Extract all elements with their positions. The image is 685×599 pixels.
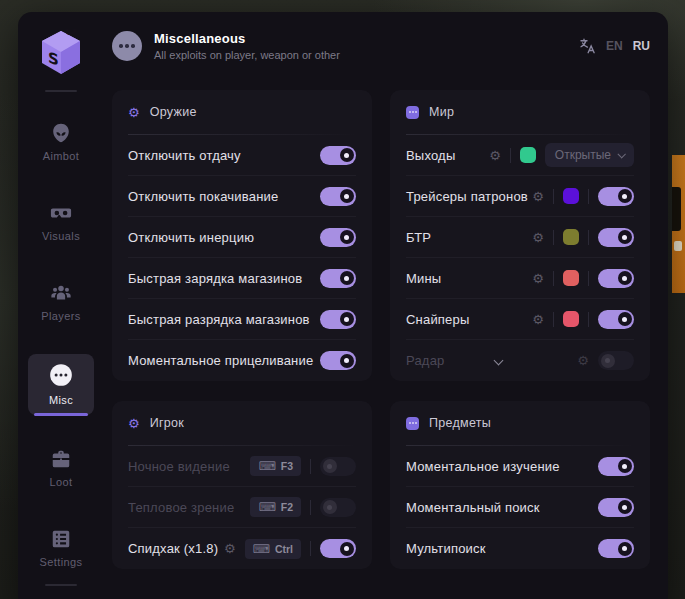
toggle[interactable]	[320, 146, 356, 165]
toggle[interactable]	[320, 269, 356, 288]
toggle[interactable]	[598, 498, 634, 517]
group-icon	[49, 282, 73, 304]
row-no-sway: Отключить покачивание	[128, 176, 356, 217]
sidebar-item-aimbot[interactable]: Aimbot	[28, 114, 94, 171]
toggle[interactable]	[320, 187, 356, 206]
color-swatch[interactable]	[563, 311, 579, 327]
banner-letter	[674, 241, 682, 251]
section-title: Оружие	[150, 105, 197, 119]
page-header: Miscellaneous All exploits on player, we…	[112, 26, 650, 66]
sidebar-item-players[interactable]: Players	[28, 274, 94, 331]
toggle-knob	[618, 271, 632, 285]
row-btr: БТР ⚙	[406, 217, 634, 258]
row-speedhack: Спидхак (x1.8) ⚙ ⌨ Ctrl	[128, 528, 356, 569]
toggle[interactable]	[598, 457, 634, 476]
gear-icon[interactable]: ⚙	[224, 542, 236, 555]
toggle-knob	[618, 189, 632, 203]
row-instant-ads: Моментальное прицеливание	[128, 340, 356, 381]
row-label: Моментальное изучение	[406, 459, 560, 474]
list-icon	[50, 528, 72, 550]
toggle[interactable]	[320, 539, 356, 558]
gear-icon[interactable]: ⚙	[532, 272, 544, 285]
row-label: Быстрая зарядка магазинов	[128, 271, 302, 286]
row-label: Снайперы	[406, 312, 470, 327]
row-radar: Радар ⚙	[406, 340, 634, 381]
hotkey-badge[interactable]: ⌨ F2	[250, 497, 301, 517]
lang-ru-button[interactable]: RU	[633, 39, 650, 53]
separator	[588, 312, 589, 327]
section-title: Предметы	[429, 416, 491, 430]
toggle[interactable]	[598, 228, 634, 247]
section-weapon: ⚙ Оружие Отключить отдачу Отключить пока…	[112, 90, 372, 381]
toggle[interactable]	[320, 351, 356, 370]
row-fast-reload: Быстрая зарядка магазинов	[128, 258, 356, 299]
briefcase-icon	[50, 448, 72, 470]
sidebar-item-misc[interactable]: Misc	[28, 354, 94, 415]
toggle-knob	[618, 500, 632, 514]
gear-icon[interactable]: ⚙	[532, 231, 544, 244]
toggle[interactable]	[320, 310, 356, 329]
lang-en-button[interactable]: EN	[606, 39, 623, 53]
toggle-knob	[340, 542, 354, 556]
toggle-knob	[601, 354, 615, 368]
row-exits: Выходы ⚙ Открытые	[406, 135, 634, 176]
sidebar-item-visuals[interactable]: Visuals	[28, 194, 94, 251]
background-game-banner	[672, 155, 685, 293]
section-items: Предметы Моментальное изучение Моменталь…	[390, 401, 650, 569]
sidebar-item-settings[interactable]: Settings	[28, 520, 94, 577]
alien-icon	[50, 122, 72, 144]
content-grid: ⚙ Оружие Отключить отдачу Отключить пока…	[112, 90, 650, 569]
toggle[interactable]	[598, 539, 634, 558]
gear-icon: ⚙	[128, 106, 140, 119]
separator	[553, 271, 554, 286]
color-swatch[interactable]	[563, 229, 579, 245]
page-title: Miscellaneous	[154, 31, 340, 46]
section-world: Мир Выходы ⚙ Открытые	[390, 90, 650, 381]
hotkey-label: F3	[281, 460, 293, 472]
toggle[interactable]	[320, 457, 356, 476]
hotkey-badge[interactable]: ⌨ Ctrl	[245, 539, 301, 559]
toggle[interactable]	[598, 269, 634, 288]
gear-icon[interactable]: ⚙	[577, 354, 589, 367]
row-label: Отключить отдачу	[128, 148, 241, 163]
separator	[588, 189, 589, 204]
gear-icon[interactable]: ⚙	[532, 190, 544, 203]
keyboard-icon: ⌨	[258, 460, 275, 472]
goggles-icon	[49, 202, 73, 224]
toggle[interactable]	[598, 187, 634, 206]
sidebar-item-loot[interactable]: Loot	[28, 440, 94, 497]
toggle-knob	[618, 312, 632, 326]
color-swatch[interactable]	[563, 188, 579, 204]
row-label: Спидхак (x1.8)	[128, 541, 218, 556]
toggle[interactable]	[320, 498, 356, 517]
hotkey-badge[interactable]: ⌨ F3	[250, 456, 301, 476]
section-title: Игрок	[150, 416, 184, 430]
separator	[553, 312, 554, 327]
sidebar: S G Aimbot Visuals Play	[18, 12, 104, 599]
row-label: Мины	[406, 271, 441, 286]
dots-icon	[406, 417, 419, 430]
row-multiloot: Мультипоиск	[406, 528, 634, 569]
main-panel: Miscellaneous All exploits on player, we…	[104, 12, 668, 599]
color-swatch[interactable]	[563, 270, 579, 286]
toggle[interactable]	[598, 351, 634, 370]
toggle-knob	[323, 459, 337, 473]
header-text: Miscellaneous All exploits on player, we…	[154, 31, 340, 61]
row-label: Моментальный поиск	[406, 500, 540, 515]
toggle[interactable]	[320, 228, 356, 247]
section-player: ⚙ Игрок Ночное видение ⌨ F3	[112, 401, 372, 569]
keyboard-icon: ⌨	[258, 501, 275, 513]
gear-icon: ⚙	[128, 417, 140, 430]
row-night-vision: Ночное видение ⌨ F3	[128, 446, 356, 487]
gear-icon[interactable]: ⚙	[489, 149, 501, 162]
color-swatch[interactable]	[520, 147, 536, 163]
ellipsis-icon	[48, 362, 74, 388]
right-column: Мир Выходы ⚙ Открытые	[390, 90, 650, 569]
section-title: Мир	[429, 105, 454, 119]
expand-chevron-icon[interactable]	[493, 356, 503, 366]
sidebar-divider	[45, 90, 77, 92]
toggle[interactable]	[598, 310, 634, 329]
gear-icon[interactable]: ⚙	[532, 313, 544, 326]
separator	[553, 189, 554, 204]
exits-dropdown[interactable]: Открытые	[545, 143, 634, 167]
